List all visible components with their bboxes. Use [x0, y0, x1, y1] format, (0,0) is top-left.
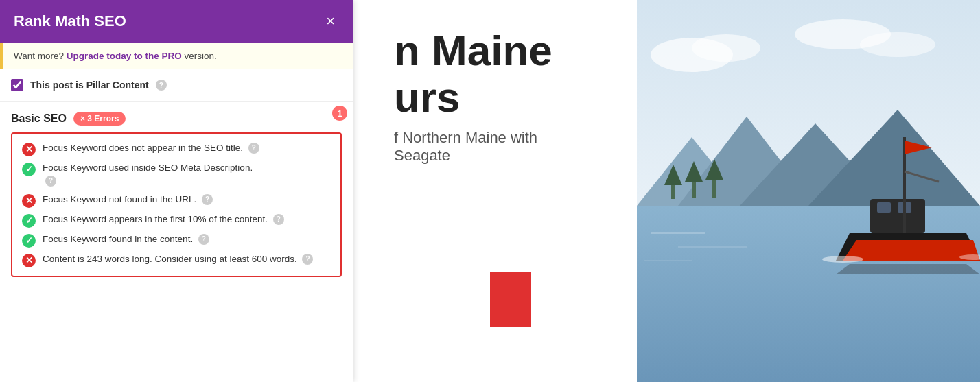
- image-area: [637, 0, 980, 382]
- checklist-text: Focus Keyword not found in the URL. ?: [43, 193, 331, 206]
- checklist-item: ✕ Focus Keyword not found in the URL. ?: [22, 193, 331, 208]
- checklist-text: Focus Keyword does not appear in the SEO…: [43, 142, 331, 155]
- svg-rect-22: [877, 202, 891, 213]
- checklist-item-text: Focus Keyword used inside SEO Meta Descr…: [43, 163, 253, 173]
- rank-math-panel: Rank Math SEO × Want more? Upgrade today…: [0, 0, 353, 382]
- panel-header: Rank Math SEO ×: [0, 0, 353, 43]
- section-title: Basic SEO: [11, 112, 67, 125]
- article-subtitle: f Northern Maine with Seagate: [394, 129, 596, 165]
- help-icon[interactable]: ?: [198, 234, 209, 245]
- help-icon[interactable]: ?: [248, 143, 259, 154]
- checklist-item-text: Focus Keyword does not appear in the SEO…: [43, 143, 243, 153]
- success-icon: ✓: [22, 214, 36, 228]
- checklist-box: ✕ Focus Keyword does not appear in the S…: [11, 132, 342, 277]
- help-icon[interactable]: ?: [202, 194, 213, 205]
- content-area: n Maine urs f Northern Maine with Seagat…: [353, 0, 637, 382]
- basic-seo-section: Basic SEO × 3 Errors ^ 1 ✕ Focus Keyword…: [0, 102, 353, 277]
- error-icon: ✕: [22, 143, 36, 156]
- checklist-text: Focus Keyword appears in the first 10% o…: [43, 213, 331, 226]
- svg-point-4: [860, 32, 935, 57]
- section-header: Basic SEO × 3 Errors ^ 1: [11, 111, 342, 126]
- checklist-text: Focus Keyword used inside SEO Meta Descr…: [43, 162, 331, 188]
- checklist-item: ✓ Focus Keyword found in the content. ?: [22, 233, 331, 248]
- svg-marker-20: [843, 240, 980, 261]
- panel-title: Rank Math SEO: [14, 12, 126, 30]
- checklist-item-text: Focus Keyword appears in the first 10% o…: [43, 214, 268, 224]
- success-icon: ✓: [22, 163, 36, 176]
- article-title: n Maine urs: [394, 27, 596, 121]
- help-icon[interactable]: ?: [302, 254, 313, 265]
- checklist-item: ✓ Focus Keyword used inside SEO Meta Des…: [22, 162, 331, 188]
- close-button[interactable]: ×: [322, 12, 339, 30]
- error-icon: ✕: [22, 254, 36, 267]
- landscape-scene: [637, 0, 980, 382]
- svg-rect-13: [712, 177, 716, 198]
- checklist-text: Focus Keyword found in the content. ?: [43, 233, 331, 246]
- checklist-text: Content is 243 words long. Consider usin…: [43, 253, 331, 266]
- upgrade-suffix: version.: [185, 51, 217, 61]
- error-badge-text: × 3 Errors: [80, 114, 119, 123]
- article-title-line1: n Maine: [394, 27, 552, 74]
- checklist-item: ✓ Focus Keyword appears in the first 10%…: [22, 213, 331, 228]
- article-title-line2: urs: [394, 73, 460, 121]
- success-icon: ✓: [22, 234, 36, 248]
- panel-body: Want more? Upgrade today to the PRO vers…: [0, 43, 353, 382]
- svg-point-2: [692, 34, 760, 62]
- upgrade-link[interactable]: Upgrade today to the PRO: [67, 51, 182, 61]
- help-icon[interactable]: ?: [273, 214, 284, 225]
- red-block-decoration: [490, 272, 531, 327]
- pillar-help-icon[interactable]: ?: [156, 80, 167, 91]
- error-icon: ✕: [22, 194, 36, 208]
- svg-marker-27: [836, 264, 980, 274]
- checklist-item-text: Content is 243 words long. Consider usin…: [43, 254, 297, 264]
- help-icon[interactable]: ?: [45, 176, 56, 187]
- checklist-item: ✕ Content is 243 words long. Consider us…: [22, 253, 331, 267]
- checklist-item-text: Focus Keyword not found in the URL.: [43, 194, 196, 204]
- svg-point-28: [822, 256, 863, 263]
- upgrade-text: Want more?: [14, 51, 64, 61]
- pillar-content-row: This post is Pillar Content ?: [0, 69, 353, 102]
- pillar-checkbox[interactable]: [11, 79, 23, 91]
- error-badge: × 3 Errors: [73, 112, 126, 126]
- upgrade-banner: Want more? Upgrade today to the PRO vers…: [0, 43, 353, 69]
- pillar-label: This post is Pillar Content: [30, 80, 149, 91]
- section-header-right: ^ 1: [336, 111, 342, 126]
- notification-badge: 1: [332, 106, 347, 121]
- checklist-item-text: Focus Keyword found in the content.: [43, 234, 193, 244]
- checklist-item: ✕ Focus Keyword does not appear in the S…: [22, 142, 331, 156]
- svg-rect-15: [637, 206, 980, 382]
